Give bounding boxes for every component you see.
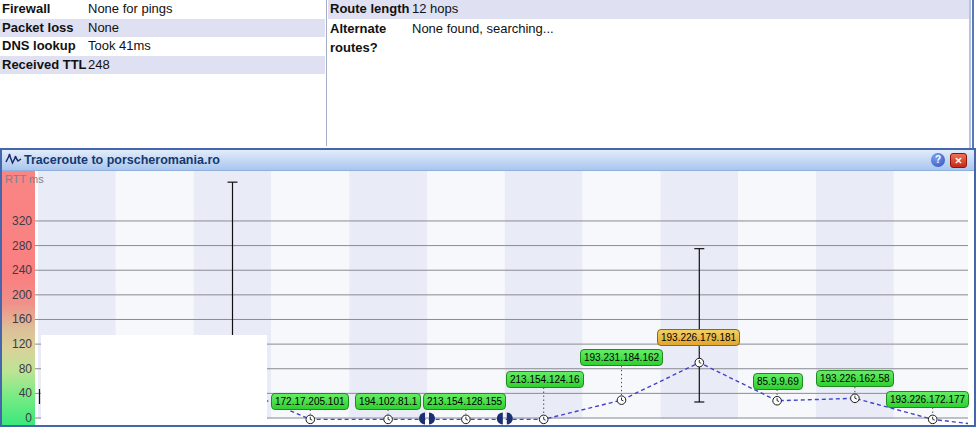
y-axis-tick-label: 40 [2,386,32,400]
hop-ip-label: 193.226.162.58 [816,370,894,387]
hop-ip-label: 193.231.184.162 [580,349,663,366]
table-row: Firewall None for pings [0,0,325,19]
hop-ip-label: 193.226.179.181 [657,329,740,346]
blank-overlay-box [41,335,267,425]
summary-table-right: Route length 12 hops Alternate routes? N… [328,0,969,57]
hop-point-clock [384,415,393,424]
table-row: DNS lookup Took 41ms [0,37,325,56]
y-axis-tick-label: 240 [2,263,32,277]
row-value: None found, searching... [412,19,969,38]
right-border [972,0,974,148]
y-axis-tick-label: 80 [2,362,32,376]
hop-point-clock [928,415,937,424]
app-screen: Firewall None for pings Packet loss None… [0,0,978,428]
table-divider [326,0,327,146]
row-value: None for pings [88,0,325,19]
panel-titlebar[interactable]: Traceroute to porscheromania.ro ? ✕ [2,150,974,171]
row-label: DNS lookup [0,37,88,56]
y-axis-tick-label: 280 [2,239,32,253]
right-border-highlight [969,0,971,148]
close-button[interactable]: ✕ [950,153,967,168]
row-label: Received TTL [0,56,88,75]
rtt-chart: RTT ms 04080120160200240280320172.17.205… [2,171,974,425]
hop-ip-label: 194.102.81.1 [355,393,421,410]
y-axis-tick-label: 320 [2,214,32,228]
hop-point-clock [306,415,315,424]
hop-point-clock [773,396,782,405]
row-value: 12 hops [412,0,969,19]
y-axis-tick-label: 0 [2,411,32,425]
row-label: Route length [328,0,412,19]
hop-point-clock [539,415,548,424]
y-axis-label: RTT ms [5,173,44,185]
row-value: 248 [88,56,325,75]
traceroute-panel: Traceroute to porscheromania.ro ? ✕ RTT … [0,148,976,427]
row-label: Alternate routes? [328,19,412,57]
row-value: None [88,19,325,38]
hop-ip-label: 213.154.124.16 [506,371,584,388]
table-row: Alternate routes? None found, searching.… [328,19,969,57]
hop-ip-label: 213.154.128.155 [423,393,506,410]
hop-point-clock [462,415,471,424]
hop-point-clock [695,358,704,367]
row-label: Packet loss [0,19,88,38]
hop-point-clock [851,394,860,403]
help-button[interactable]: ? [931,153,945,167]
table-row: Route length 12 hops [328,0,969,19]
hop-point-clock [617,396,626,405]
hop-ip-label: 193.226.172.177 [886,391,969,408]
summary-table-left: Firewall None for pings Packet loss None… [0,0,325,74]
y-axis-tick-label: 120 [2,337,32,351]
y-axis-tick-label: 200 [2,288,32,302]
table-row: Received TTL 248 [0,56,325,75]
row-label: Firewall [0,0,88,19]
table-row: Packet loss None [0,19,325,38]
hop-ip-label: 172.17.205.101 [271,393,349,410]
row-value: Took 41ms [88,37,325,56]
hop-ip-label: 85.9.9.69 [753,373,803,390]
panel-title: Traceroute to porscheromania.ro [24,153,220,167]
traceroute-pulse-icon [5,151,22,170]
y-axis-tick-label: 160 [2,312,32,326]
